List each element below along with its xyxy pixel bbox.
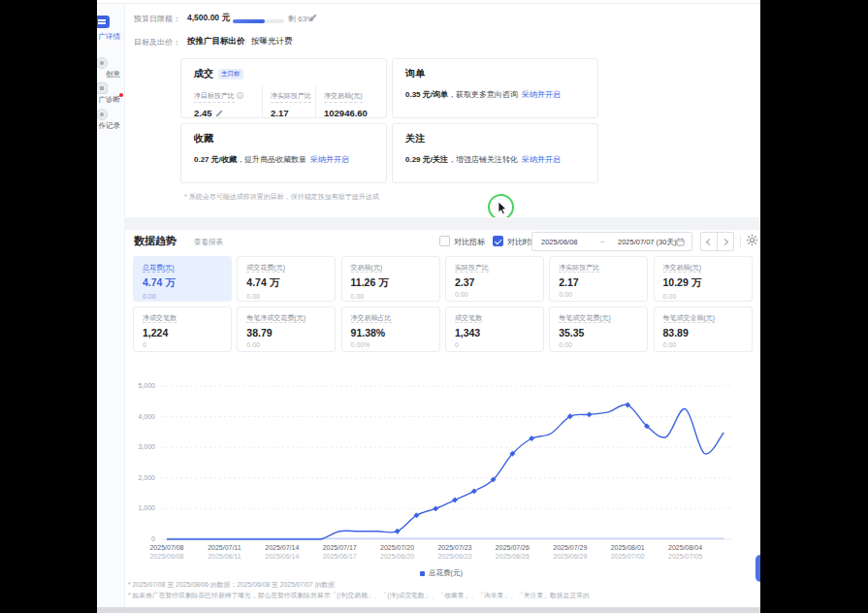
records-icon[interactable]: [97, 109, 108, 120]
trend-section-title: 数据趋势: [134, 234, 177, 248]
goal-desc: ，获取更多意向咨询: [448, 90, 518, 99]
goal-card-inquiry[interactable]: 询单 0.35 元/询单，获取更多意向咨询采纳并开启: [392, 58, 598, 118]
controls-divider: [740, 236, 741, 247]
bottom-scrollbar[interactable]: [97, 607, 760, 613]
metric-card[interactable]: 净交易额(元)10.29 万0.00: [654, 256, 753, 302]
x-tick-label-compare: 2025/06/08: [136, 553, 198, 560]
goal-price: 0.27 元/收藏: [194, 155, 237, 164]
edit-budget-icon[interactable]: [308, 14, 317, 22]
trend-chart-canvas[interactable]: [97, 374, 760, 541]
budget-amount: 4,500.00 元: [187, 13, 230, 24]
budget-label: 预算日限额：: [134, 14, 180, 24]
goal-footnote: * 系统会尽可能达成你设置的目标，保持稳定投放有助于提升达成: [184, 192, 379, 202]
metric-card-value: 1,224: [143, 327, 222, 339]
x-tick-label-current: 2025/07/08: [136, 544, 198, 551]
metric-card[interactable]: 每笔成交花费(元)35.350.00: [549, 306, 648, 352]
adopt-enable-link[interactable]: 采纳并开启: [522, 155, 561, 164]
metric-card-value: 2.17: [559, 276, 638, 288]
y-tick-label: 0: [122, 535, 155, 542]
gear-icon[interactable]: [746, 234, 758, 246]
x-tick-label-compare: 2025/06/23: [424, 553, 486, 560]
goal-card-favorite-title: 收藏: [194, 132, 213, 145]
goal-price: 0.35 元/询单: [405, 90, 448, 99]
metric-card-compare-value: 0.00: [246, 293, 326, 300]
diagnosis-icon[interactable]: [97, 82, 108, 94]
sidebar-item-diagnosis[interactable]: 广诊断: [99, 95, 121, 105]
metric-card-value: 4.74 万: [246, 276, 326, 290]
metric-card-label: 每笔净成交花费(元): [246, 313, 326, 323]
metric-card-label: 交易额(元): [351, 263, 431, 273]
bidding-label: 目标及出价：: [134, 37, 180, 48]
metric-value: 2.17: [271, 108, 307, 118]
x-tick-label-current: 2025/07/17: [308, 544, 370, 551]
date-start: 2025/06/08: [541, 238, 578, 246]
x-tick-label-current: 2025/07/29: [539, 544, 601, 551]
x-tick-label-compare: 2025/07/05: [655, 553, 717, 560]
screen: 广详情 创意 广诊断 作记录 预算日限额： 4,500.00 元 剩 63% 目…: [0, 0, 868, 613]
metric-card[interactable]: 成交笔数1,3430: [445, 306, 544, 352]
metric-label: 净目标投产比: [194, 91, 235, 103]
goal-card-follow[interactable]: 关注 0.29 元/关注，增强店铺关注转化采纳并开启: [392, 123, 598, 183]
metric-card-label: 成交笔数: [455, 313, 534, 323]
top-divider: [97, 3, 760, 4]
metric-card[interactable]: 净实际投产比2.170.00: [549, 256, 648, 302]
adopt-enable-link[interactable]: 采纳并开启: [522, 90, 561, 99]
date-end: 2025/07/07 (30天): [618, 238, 676, 247]
goal-card-favorite[interactable]: 收藏 0.27 元/收藏，提升商品收藏数量采纳并开启: [180, 123, 387, 183]
metric-card-value: 91.38%: [351, 327, 431, 339]
x-tick-label-compare: 2025/06/26: [481, 553, 543, 560]
adopt-enable-link[interactable]: 采纳并开启: [310, 155, 349, 164]
metric-card-compare-value: 0.00: [246, 341, 326, 348]
compare-metric-checkbox[interactable]: [439, 236, 450, 246]
sidebar-item-detail[interactable]: 广详情: [99, 32, 121, 42]
metric-card[interactable]: 每笔成交金额(元)83.890.00: [654, 306, 753, 352]
metric-card[interactable]: 总花费(元)4.74 万0.00: [133, 256, 232, 302]
sidebar-item-creative[interactable]: 创意: [106, 70, 120, 80]
trend-chart: 01,0002,0003,0004,0005,000 2025/07/08202…: [97, 374, 760, 563]
metric-card-value: 2.37: [455, 276, 534, 288]
x-tick-label-current: 2025/07/11: [193, 544, 255, 551]
tab-bid-by-impression[interactable]: 按曝光计费: [251, 36, 293, 48]
date-range-picker[interactable]: 2025/06/08 ~ 2025/07/07 (30天): [531, 232, 692, 251]
section-gap: [124, 217, 760, 230]
metric-card[interactable]: 净成交笔数1,2240: [133, 306, 232, 352]
x-tick-label-compare: 2025/06/11: [193, 553, 255, 560]
creative-icon[interactable]: [97, 57, 108, 69]
goal-price: 0.29 元/关注: [405, 155, 448, 164]
goal-card-deal[interactable]: 成交主目标 净目标投产比 2.45 净实际投产比 2.17 净交易额(元) 10…: [180, 58, 387, 118]
metric-card-compare-value: 0: [143, 341, 222, 348]
chart-footnote-2: * 如果推广在暂停或删除前已经获得了曝光，那么在暂停或删除后展示「(净)交易额」…: [128, 591, 590, 600]
metric-card-value: 1,343: [455, 327, 534, 339]
compare-metric-label[interactable]: 对比指标: [454, 237, 485, 247]
view-report-link[interactable]: 查看报表: [194, 238, 223, 247]
metric-card[interactable]: 交易额(元)11.26 万0.00: [341, 256, 440, 302]
promotion-detail-icon[interactable]: [97, 16, 110, 28]
metric-card[interactable]: 实际投产比2.370.00: [445, 256, 544, 302]
compare-time-checkbox[interactable]: [493, 236, 503, 246]
y-tick-label: 5,000: [122, 382, 155, 389]
metric-card-label: 总花费(元): [143, 263, 222, 273]
metric-card-compare-value: 0.00: [143, 293, 222, 300]
x-tick-label-compare: 2025/06/20: [367, 553, 429, 560]
x-tick-label-current: 2025/08/01: [596, 544, 659, 551]
sidebar-item-records[interactable]: 作记录: [99, 121, 121, 131]
budget-slider[interactable]: [233, 19, 284, 23]
metric-card[interactable]: 成交花费(元)4.74 万0.00: [237, 256, 336, 302]
metric-card-value: 83.89: [663, 327, 743, 339]
goal-card-follow-title: 关注: [405, 132, 425, 145]
metric-card-label: 每笔成交花费(元): [559, 313, 638, 323]
goal-desc: ，增强店铺关注转化: [448, 155, 518, 164]
x-tick-label-current: 2025/07/20: [367, 544, 429, 551]
floating-action-pill[interactable]: [755, 555, 760, 582]
next-period-button[interactable]: [717, 232, 734, 251]
metric-card[interactable]: 净交易额占比91.38%0.00%: [341, 306, 440, 352]
chart-legend: 总花费(元): [97, 568, 760, 578]
metric-card-compare-value: 0.00: [663, 341, 743, 348]
metric-card[interactable]: 每笔净成交花费(元)38.790.00: [237, 306, 336, 352]
tab-bid-by-goal[interactable]: 按推广目标出价: [187, 36, 245, 48]
prev-period-button[interactable]: [700, 232, 718, 251]
edit-roi-icon[interactable]: [215, 110, 223, 117]
goal-card-inquiry-title: 询单: [405, 67, 425, 81]
metric-card-value: 11.26 万: [351, 276, 431, 290]
info-icon[interactable]: [237, 92, 243, 99]
